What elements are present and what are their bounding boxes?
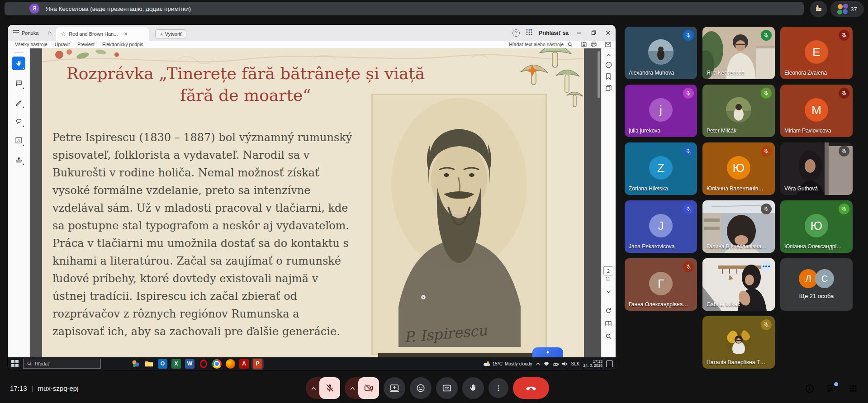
read-mode-button[interactable] (604, 319, 613, 328)
participant-name: Alexandra Muhova (629, 70, 674, 76)
page-number-input[interactable]: 2 (603, 266, 613, 275)
organization-button[interactable] (810, 1, 827, 17)
network-icon[interactable] (544, 361, 549, 366)
print-icon[interactable] (591, 42, 597, 47)
add-text-tool-button[interactable]: A (12, 133, 25, 147)
participant-tile[interactable]: Наталія Валеріївна Т… (702, 316, 775, 369)
document-tab[interactable]: ☆ Red and Brown Han... ✕ (56, 27, 149, 41)
notification-center-icon[interactable] (606, 360, 613, 367)
window-minimize-button[interactable] (575, 29, 583, 37)
save-icon[interactable] (581, 42, 587, 47)
volume-icon[interactable] (562, 361, 568, 366)
mic-off-icon (685, 90, 692, 96)
camera-off-button[interactable] (358, 377, 379, 399)
captions-button[interactable]: CC (436, 377, 458, 399)
create-tab-button[interactable]: + Vytvoriť (155, 29, 186, 38)
star-icon[interactable]: ☆ (61, 31, 66, 37)
taskbar-app-outlook[interactable]: O (158, 359, 167, 369)
taskbar-app-word[interactable]: W (185, 359, 194, 369)
participant-tile[interactable]: Peter Milčák (702, 85, 775, 137)
start-button[interactable] (11, 360, 19, 367)
more-vertical-icon (494, 384, 503, 392)
home-button[interactable]: ⌂ (43, 25, 56, 41)
zoom-tools-button[interactable] (604, 332, 613, 341)
raise-hand-button[interactable] (462, 377, 484, 399)
bookmarks-panel-button[interactable] (604, 72, 613, 81)
acrobat-menu-button[interactable]: Ponuka (8, 25, 43, 41)
scroll-up-button[interactable] (604, 50, 613, 59)
end-call-button[interactable] (513, 377, 549, 399)
lasso-tool-button[interactable] (12, 114, 25, 128)
toolbar-grip[interactable] (14, 52, 23, 55)
camera-options-chevron[interactable] (345, 377, 360, 399)
participant-tile[interactable]: JJana Pekarovicova (625, 200, 697, 253)
participant-tile[interactable]: ЮЮліанна Олександрі… (780, 200, 853, 253)
taskbar-weather[interactable]: 15°CMostly cloudy (483, 361, 532, 366)
mic-options-chevron[interactable] (306, 377, 321, 399)
participant-tile[interactable]: ЛСЩе 21 особа (780, 258, 853, 311)
activities-button[interactable] (848, 384, 858, 394)
participant-tile[interactable]: ZZoriana Hiletska (625, 142, 697, 195)
comments-panel-button[interactable] (604, 60, 613, 69)
meeting-details-button[interactable] (805, 384, 815, 394)
mail-icon[interactable] (605, 42, 611, 47)
participant-tile[interactable]: Gabriel Lukac (702, 258, 775, 311)
taskbar-app-firefox[interactable] (226, 359, 235, 369)
reactions-button[interactable] (410, 377, 432, 399)
overflow-avatars: ЛС (799, 269, 834, 288)
window-restore-button[interactable] (589, 29, 598, 37)
participant-tile[interactable]: Галина В'ячеславівна… (702, 200, 775, 253)
pages-panel-button[interactable] (604, 84, 613, 93)
mic-off-icon (685, 264, 692, 270)
taskbar-app-file-explorer[interactable] (144, 359, 154, 369)
stamp-tool-button[interactable] (12, 152, 25, 166)
taskbar-app-chrome[interactable] (212, 359, 222, 369)
menu-item[interactable]: Elektronický podpis (102, 42, 143, 47)
hand-tool-button[interactable] (12, 57, 25, 70)
tile-more-options-button[interactable] (761, 261, 772, 272)
menu-item[interactable]: Všetky nástroje (15, 42, 47, 47)
participant-tile[interactable]: Яна Кесселова (702, 27, 775, 79)
comment-tool-button[interactable] (12, 76, 25, 90)
taskbar-app-excel[interactable]: X (171, 359, 181, 369)
onedrive-icon[interactable] (553, 362, 559, 366)
mic-off-icon (685, 32, 692, 38)
taskbar-app-acrobat[interactable]: A (239, 359, 249, 369)
participant-tile[interactable]: EEleonora Zvalena (780, 27, 853, 79)
participant-tile[interactable]: MMiriam Pavlovicova (780, 85, 853, 137)
participant-tile[interactable]: Věra Guthová (780, 142, 853, 195)
window-close-button[interactable] (604, 29, 612, 37)
apps-grid-button[interactable] (526, 29, 532, 37)
language-indicator[interactable]: SLK (571, 361, 580, 366)
floating-assistant-button[interactable]: ✦ (532, 347, 563, 357)
taskbar-app-opera[interactable] (199, 359, 208, 369)
participant-tile[interactable]: jjulia jurekova (625, 85, 697, 137)
tray-expand-icon[interactable] (536, 362, 540, 365)
search-icon[interactable] (568, 42, 573, 47)
participant-tile[interactable]: ГГанна Олександрівна… (625, 258, 697, 311)
help-button[interactable]: ? (512, 29, 520, 37)
vertical-scrollbar[interactable] (598, 51, 600, 98)
participant-tile[interactable]: Alexandra Muhova (625, 27, 697, 79)
participant-tile[interactable]: ЮЮліанна Валентинів… (702, 142, 775, 195)
refresh-view-button[interactable] (604, 306, 613, 315)
taskbar-clock[interactable]: 17:13 24. 3. 2026 (583, 360, 602, 368)
scroll-down-button[interactable] (604, 287, 613, 296)
chat-button[interactable] (826, 384, 836, 394)
toolbar-search[interactable]: Hľadať text alebo nástroje (509, 42, 564, 47)
taskbar-search-box[interactable]: Hľadať (23, 359, 101, 369)
tab-close-icon[interactable]: ✕ (123, 31, 128, 37)
more-options-button[interactable] (489, 378, 508, 398)
taskbar-app-app-misc[interactable] (131, 359, 140, 369)
menu-item[interactable]: Previesť (77, 42, 95, 47)
mic-muted-button[interactable] (319, 377, 340, 399)
sign-in-button[interactable]: Prihlásiť sa (539, 30, 569, 36)
home-icon: ⌂ (47, 29, 52, 37)
emoji-icon (416, 383, 426, 393)
participants-count-button[interactable]: 37 (830, 1, 864, 17)
menu-item[interactable]: Upraviť (55, 42, 70, 47)
pen-tool-button[interactable] (12, 95, 25, 109)
present-screen-button[interactable] (384, 377, 405, 399)
meeting-code: mux-szpq-epj (38, 384, 78, 392)
taskbar-app-powerpoint[interactable]: P (253, 359, 262, 369)
